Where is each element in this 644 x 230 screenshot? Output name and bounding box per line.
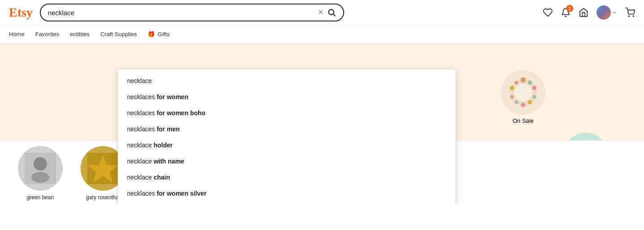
suggestion-necklace-holder[interactable]: necklace holder <box>118 137 456 153</box>
etsy-logo[interactable]: Etsy <box>9 5 33 20</box>
svg-point-7 <box>528 80 532 85</box>
account-icon[interactable] <box>597 5 617 20</box>
search-input[interactable] <box>48 9 318 17</box>
page-content: necklace necklaces for women necklaces f… <box>0 43 644 204</box>
svg-point-5 <box>514 84 532 101</box>
svg-line-1 <box>333 14 335 16</box>
gift-icon: 🎁 <box>148 31 155 38</box>
favorites-icon[interactable] <box>543 8 553 17</box>
nav-home[interactable]: Home <box>9 31 25 38</box>
category-green-bean[interactable]: green bean <box>9 146 72 201</box>
search-container: ✕ <box>40 4 344 21</box>
suggestion-necklace-with-name[interactable]: necklace with name <box>118 153 456 169</box>
svg-point-3 <box>633 16 634 17</box>
suggestion-necklaces-for-women-gold[interactable]: necklaces for women gold <box>118 201 456 204</box>
avatar <box>597 5 611 20</box>
main-nav: Home Favorites ectibles Craft Supplies 🎁… <box>0 25 644 43</box>
clear-search-icon[interactable]: ✕ <box>318 9 324 16</box>
shop-manager-icon[interactable] <box>579 8 589 17</box>
on-sale-section[interactable]: On Sale <box>501 70 546 124</box>
svg-point-10 <box>528 100 532 105</box>
on-sale-circle <box>501 70 546 115</box>
svg-point-8 <box>532 86 537 90</box>
svg-point-15 <box>515 81 518 84</box>
nav-collectibles[interactable]: ectibles <box>70 31 90 38</box>
svg-point-18 <box>31 172 49 183</box>
suggestion-necklace[interactable]: necklace <box>118 73 456 89</box>
notification-badge: 1 <box>566 5 573 12</box>
svg-point-9 <box>533 95 536 99</box>
search-box: ✕ <box>40 4 344 21</box>
nav-craft-supplies[interactable]: Craft Supplies <box>100 31 137 38</box>
search-button[interactable] <box>327 8 336 17</box>
svg-point-11 <box>521 103 525 107</box>
category-circle-green-bean <box>18 146 63 191</box>
header-icons: 1 <box>543 5 635 20</box>
header: Etsy ✕ 1 <box>0 0 644 25</box>
suggestion-necklaces-for-men[interactable]: necklaces for men <box>118 121 456 137</box>
suggestion-necklace-chain[interactable]: necklace chain <box>118 169 456 185</box>
svg-point-17 <box>34 157 47 171</box>
search-dropdown: necklace necklaces for women necklaces f… <box>118 69 456 204</box>
suggestion-necklaces-for-women-silver[interactable]: necklaces for women silver <box>118 185 456 201</box>
on-sale-label: On Sale <box>513 117 534 124</box>
svg-point-12 <box>515 100 518 104</box>
svg-point-6 <box>520 77 526 83</box>
svg-point-2 <box>628 16 629 17</box>
svg-point-14 <box>510 86 514 90</box>
category-label-gary-rosenthal: gary rosenthal <box>86 194 120 201</box>
category-label-green-bean: green bean <box>27 194 54 201</box>
nav-favorites[interactable]: Favorites <box>35 31 59 38</box>
svg-point-13 <box>510 95 514 99</box>
notifications-icon[interactable]: 1 <box>561 8 571 17</box>
nav-gifts[interactable]: 🎁 Gifts <box>148 31 170 38</box>
suggestion-necklaces-for-women[interactable]: necklaces for women <box>118 89 456 105</box>
cart-icon[interactable] <box>625 8 635 17</box>
suggestion-necklaces-for-women-boho[interactable]: necklaces for women boho <box>118 105 456 121</box>
